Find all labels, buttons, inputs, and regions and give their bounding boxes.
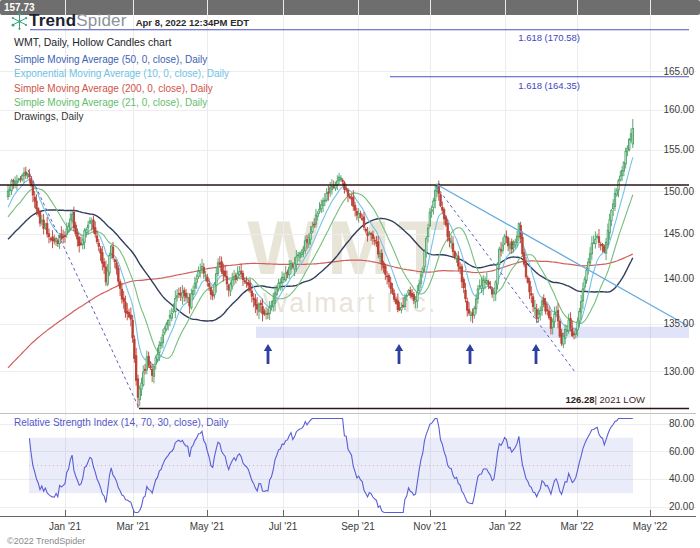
fib-extension-label-1[interactable]: 1.618 (170.58): [410, 32, 580, 43]
trendspider-web-icon: [10, 12, 29, 31]
legend-item[interactable]: Simple Moving Average (21, 0, close), Da…: [14, 96, 229, 110]
copyright-text: ©2022 TrendSpider: [7, 536, 85, 546]
buy-signal-arrow: [395, 344, 403, 364]
axis-label: May '21: [179, 521, 235, 532]
axis-label: 40.00: [658, 473, 694, 484]
legend-item[interactable]: Simple Moving Average (50, 0, close), Da…: [14, 53, 229, 67]
buy-signal-arrow: [532, 344, 540, 364]
indicator-legend: Simple Moving Average (50, 0, close), Da…: [14, 53, 229, 124]
buy-signal-arrow: [466, 344, 474, 364]
chart-datetime: Apr 8, 2022 12:34PM EDT: [136, 14, 250, 28]
axis-label: Sep '21: [330, 521, 386, 532]
legend-item[interactable]: Drawings, Daily: [14, 110, 229, 124]
chart-title: WMT, Daily, Hollow Candles chart: [14, 36, 171, 48]
legend-item[interactable]: Simple Moving Average (200, 0, close), D…: [14, 82, 229, 96]
app-logo[interactable]: TrendSpider Apr 8, 2022 12:34PM EDT: [10, 11, 249, 31]
axis-label: 160.00: [658, 104, 694, 115]
low-price-value: 126.28: [565, 394, 594, 405]
logo-text-trend: Trend: [29, 11, 76, 31]
axis-label: May '22: [622, 521, 678, 532]
axis-label: Jan '22: [477, 521, 533, 532]
axis-label: 150.00: [658, 186, 694, 197]
axis-label: 130.00: [658, 366, 694, 377]
axis-label: Jul '21: [255, 521, 311, 532]
trendspider-chart-window: WMT Walmart Inc. TrendSpider Apr 8, 2022…: [0, 0, 700, 548]
axis-label: 20.00: [658, 501, 694, 512]
axis-label: Nov '21: [402, 521, 458, 532]
logo-text-spider: Spider: [76, 11, 126, 31]
axis-label: 80.00: [658, 418, 694, 429]
low-line-label[interactable]: 126.28| 2021 LOW: [445, 394, 645, 405]
axis-label: 140.00: [658, 273, 694, 284]
axis-label: 135.00: [658, 318, 694, 329]
buy-signal-arrow: [264, 344, 272, 364]
low-line-caption: | 2021 LOW: [594, 394, 645, 405]
axis-label: Jan '21: [37, 521, 93, 532]
rsi-legend-label[interactable]: Relative Strength Index (14, 70, 30, clo…: [14, 417, 229, 428]
legend-item[interactable]: Exponential Moving Average (10, 0, close…: [14, 67, 229, 81]
axis-label: Mar '21: [105, 521, 161, 532]
axis-label: 60.00: [658, 446, 694, 457]
fib-extension-label-2[interactable]: 1.618 (164.35): [410, 80, 580, 91]
axis-label: 155.00: [658, 144, 694, 155]
axis-label: 165.00: [658, 66, 694, 77]
axis-label: Mar '22: [549, 521, 605, 532]
axis-label: 145.00: [658, 228, 694, 239]
